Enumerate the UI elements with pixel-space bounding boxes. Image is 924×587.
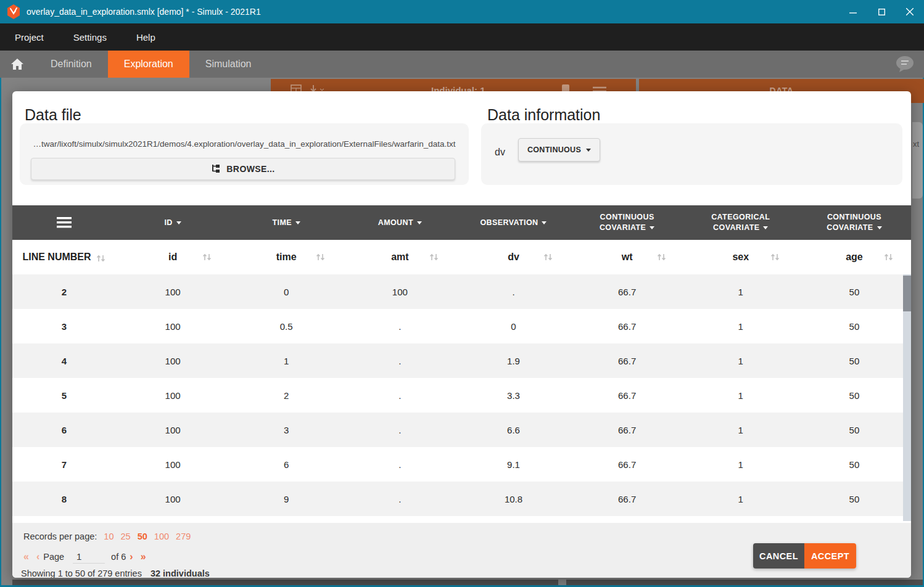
cell-id: 100 (116, 378, 229, 413)
header-amt[interactable]: amt (343, 240, 456, 274)
browse-button[interactable]: BROWSE... (31, 158, 455, 180)
cell-id: 100 (116, 343, 229, 378)
tab-bar: Definition Exploration Simulation (0, 51, 924, 78)
accept-button[interactable]: ACCEPT (804, 543, 856, 569)
cell-dv: 10.8 (456, 482, 570, 516)
browse-button-label: BROWSE... (226, 164, 274, 174)
cell-line-number: 5 (12, 378, 116, 413)
tab-exploration[interactable]: Exploration (108, 51, 189, 78)
records-label: Records per page: (23, 532, 97, 541)
cell-id: 100 (116, 274, 229, 309)
next-page-button[interactable]: › (126, 551, 136, 562)
header-id[interactable]: id (116, 240, 229, 274)
window-title: overlay_data_in_exploration.smlx [demo] … (27, 7, 261, 17)
column-type-categorical-covariate[interactable]: CATEGORICAL COVARIATE (684, 205, 798, 240)
tab-simulation[interactable]: Simulation (189, 51, 268, 78)
chevron-down-icon (295, 221, 300, 224)
header-line-number[interactable]: LINE NUMBER (12, 240, 116, 274)
records-option-279[interactable]: 279 (176, 532, 191, 541)
cell-wt: 66.7 (571, 482, 684, 516)
individuals-count: 32 individuals (151, 569, 210, 578)
sort-icon[interactable] (543, 253, 553, 261)
menu-help[interactable]: Help (122, 23, 170, 51)
sort-icon[interactable] (657, 253, 667, 261)
sort-icon[interactable] (884, 253, 894, 261)
cell-amt: 100 (343, 274, 456, 309)
sort-icon[interactable] (96, 254, 106, 263)
home-button[interactable] (0, 51, 35, 78)
scrollbar-thumb[interactable] (903, 276, 911, 311)
cell-amt: . (343, 482, 456, 516)
tab-definition[interactable]: Definition (35, 51, 108, 78)
column-type-continuous-covariate-2[interactable]: CONTINUOUS COVARIATE (798, 205, 911, 240)
column-menu-button[interactable] (12, 205, 116, 240)
menu-settings[interactable]: Settings (59, 23, 122, 51)
header-time[interactable]: time (229, 240, 343, 274)
table-row: 2 100 0 100 . 66.7 1 50 (12, 274, 911, 309)
cell-time: 6 (229, 447, 343, 482)
simulx-logo-icon (7, 4, 20, 19)
column-type-observation[interactable]: OBSERVATION (456, 205, 570, 240)
cell-id: 100 (116, 482, 229, 516)
cell-wt: 66.7 (571, 378, 684, 413)
cell-line-number: 8 (12, 482, 116, 516)
records-option-25[interactable]: 25 (121, 532, 131, 541)
page-label: Page (43, 552, 64, 562)
cell-age: 50 (798, 309, 911, 343)
menu-project[interactable]: Project (0, 23, 59, 51)
cancel-button[interactable]: CANCEL (753, 543, 804, 569)
cell-age: 50 (798, 413, 911, 447)
header-sex[interactable]: sex (684, 240, 798, 274)
column-type-header-row: ID TIME AMOUNT OBSERVATION CONTINUOUS CO… (12, 205, 911, 240)
first-page-button[interactable]: « (20, 551, 33, 562)
chevron-down-icon (877, 226, 882, 229)
feedback-button[interactable] (896, 55, 914, 73)
dv-type-dropdown[interactable]: CONTINUOUS (518, 138, 600, 162)
prev-page-button[interactable]: ‹ (33, 551, 43, 562)
pagination: « ‹ Page of 6 › » (20, 550, 150, 564)
cell-amt: . (343, 413, 456, 447)
maximize-button[interactable] (867, 0, 896, 23)
sort-icon[interactable] (202, 253, 212, 261)
page-number-input[interactable] (73, 550, 105, 564)
cell-wt: 66.7 (571, 309, 684, 343)
column-type-id[interactable]: ID (116, 205, 229, 240)
minimize-icon (849, 8, 857, 15)
cell-age: 50 (798, 378, 911, 413)
speech-bubble-icon (896, 55, 914, 73)
cell-age: 50 (798, 482, 911, 516)
minimize-button[interactable] (839, 0, 867, 23)
window-controls (839, 0, 924, 23)
data-information-title: Data information (487, 106, 600, 124)
title-bar: overlay_data_in_exploration.smlx [demo] … (0, 0, 924, 23)
records-option-100[interactable]: 100 (154, 532, 169, 541)
cell-wt: 66.7 (571, 343, 684, 378)
cell-dv: 3.3 (456, 378, 570, 413)
table-row: 4 100 1 . 1.9 66.7 1 50 (12, 343, 911, 378)
chevron-down-icon (763, 226, 768, 229)
cell-line-number: 6 (12, 413, 116, 447)
cell-dv: 0 (456, 309, 570, 343)
sort-icon[interactable] (316, 253, 326, 261)
cell-age: 50 (798, 274, 911, 309)
close-button[interactable] (896, 0, 924, 23)
home-icon (10, 58, 24, 70)
chevron-down-icon (417, 221, 422, 224)
header-dv[interactable]: dv (456, 240, 570, 274)
sort-icon[interactable] (429, 253, 439, 261)
sort-icon[interactable] (770, 253, 780, 261)
column-type-time[interactable]: TIME (229, 205, 343, 240)
cell-time: 3 (229, 413, 343, 447)
records-option-50[interactable]: 50 (138, 532, 147, 541)
header-age[interactable]: age (798, 240, 911, 274)
column-type-amount[interactable]: AMOUNT (343, 205, 456, 240)
dv-type-value: CONTINUOUS (527, 146, 581, 154)
table-row: 8 100 9 . 10.8 66.7 1 50 (12, 482, 911, 516)
header-wt[interactable]: wt (571, 240, 684, 274)
cell-id: 100 (116, 413, 229, 447)
cell-dv: 6.6 (456, 413, 570, 447)
last-page-button[interactable]: » (137, 551, 150, 562)
records-option-10[interactable]: 10 (104, 532, 113, 541)
column-type-continuous-covariate-1[interactable]: CONTINUOUS COVARIATE (571, 205, 684, 240)
table-scrollbar[interactable] (903, 274, 911, 521)
